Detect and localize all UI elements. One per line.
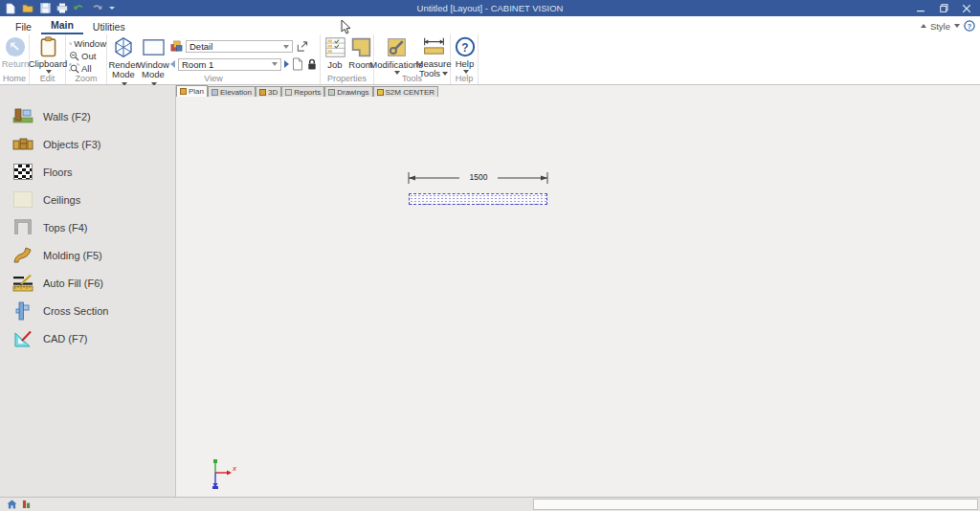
zoom-out-button[interactable]: Out [69,50,106,62]
status-bar [0,497,980,511]
axis-x-label: x [233,464,236,473]
sidebar-item-tops[interactable]: Tops (F4) [0,213,175,241]
sidebar-item-autofill[interactable]: Auto Fill (F6) [0,269,175,297]
modifications-icon [386,36,408,58]
job-button[interactable]: Job [323,36,346,70]
title-bar: Untitled [Layout] - CABINET VISION [0,0,980,16]
group-label-tools: Tools [374,74,450,83]
previous-room-icon[interactable] [170,60,175,68]
zoom-window-button[interactable]: Window [69,37,106,50]
lock-icon[interactable] [306,57,318,71]
walls-icon [11,106,35,127]
sidebar-tool-palette: Walls (F2) Objects (F3) Floors [0,85,176,497]
status-message-field [533,499,978,510]
style-caret-icon[interactable] [954,24,960,28]
group-label-zoom: Zoom [66,74,106,83]
help-corner-icon[interactable]: ? [964,20,975,32]
clipboard-icon [39,36,57,57]
clipboard-button[interactable]: Clipboard [32,36,64,74]
drawing-layer [176,85,980,497]
modifications-button[interactable]: Modifications [376,36,416,75]
ribbon-tab-row: File Main Utilities [0,16,980,34]
cross-section-icon [11,300,35,322]
sidebar-item-molding[interactable]: Molding (F5) [0,241,175,269]
group-label-home: Home [0,74,29,83]
render-mode-icon [112,36,135,58]
help-button[interactable]: ? Help [453,36,477,74]
sidebar-item-objects[interactable]: Objects (F3) [0,130,175,158]
sidebar-item-floors[interactable]: Floors [0,158,175,186]
tab-main[interactable]: Main [41,16,83,34]
ribbon: Return Home Clipboard Edit Window [0,34,980,85]
close-button[interactable] [955,0,978,16]
window-title: Untitled [Layout] - CABINET VISION [0,0,980,16]
auto-fill-icon [11,273,35,294]
ribbon-group-view: Render Mode Window Mode Detail [107,34,321,84]
drawing-canvas[interactable]: Plan Elevation 3D Reports Drawings S2M C… [176,85,980,497]
window-controls [909,0,978,16]
minimize-button[interactable] [909,0,932,16]
mouse-cursor [341,19,352,35]
sidebar-item-cad[interactable]: CAD (F7) [0,324,175,352]
ribbon-group-tools: Modifications Measure Tools Tools [374,34,451,84]
detail-combobox[interactable]: Detail [186,40,293,53]
objects-icon [11,134,35,155]
dimension-value: 1500 [459,172,498,182]
job-icon [324,36,346,58]
group-label-help: Help [451,74,478,83]
ribbon-corner: Style ? [921,20,975,32]
next-room-icon[interactable] [284,60,289,68]
ribbon-group-home: Return Home [0,34,30,84]
sidebar-item-ceilings[interactable]: Ceilings [0,186,175,213]
open-view-icon[interactable] [296,40,309,53]
return-button[interactable]: Return [2,36,29,69]
detail-combo-icon [170,40,183,53]
wall-object-selected[interactable] [409,193,547,205]
room-combo-caret-icon [272,62,278,66]
tab-utilities[interactable]: Utilities [83,18,135,34]
room-icon [350,36,372,58]
group-label-edit: Edit [30,74,65,83]
sidebar-item-walls[interactable]: Walls (F2) [0,102,175,130]
app-window: Untitled [Layout] - CABINET VISION File … [0,0,980,511]
svg-text:?: ? [968,22,972,31]
ribbon-group-edit: Clipboard Edit [30,34,66,84]
measure-tools-icon [422,36,446,57]
ribbon-group-zoom: Window Out All Zoom [66,34,107,84]
tab-file[interactable]: File [6,18,41,34]
ribbon-group-properties: Job Room Properties [321,34,374,84]
tops-icon [11,217,35,238]
collapse-ribbon-icon[interactable] [921,24,926,28]
group-label-properties: Properties [321,74,373,83]
ceilings-icon [11,189,35,211]
help-icon: ? [455,36,476,57]
ribbon-group-help: ? Help Help [451,34,479,84]
cad-icon [11,328,35,349]
room-combobox[interactable]: Room 1 [178,58,281,71]
molding-icon [11,245,35,266]
restore-button[interactable] [932,0,955,16]
group-label-view: View [107,74,320,83]
detail-combo-caret-icon [283,45,289,49]
style-dropdown[interactable]: Style [930,21,950,32]
zoom-all-icon [69,63,79,74]
window-mode-icon [142,36,166,58]
sidebar-item-cross-section[interactable]: Cross Section [0,297,175,324]
floors-icon [11,162,35,183]
level-marker-icon[interactable] [22,500,31,509]
svg-text:?: ? [461,41,468,55]
new-room-icon[interactable] [292,57,303,71]
home-icon[interactable] [7,500,17,509]
zoom-window-icon [69,38,72,49]
zoom-out-icon [69,51,79,61]
return-icon [5,36,26,57]
measure-tools-button[interactable]: Measure Tools [417,36,450,78]
